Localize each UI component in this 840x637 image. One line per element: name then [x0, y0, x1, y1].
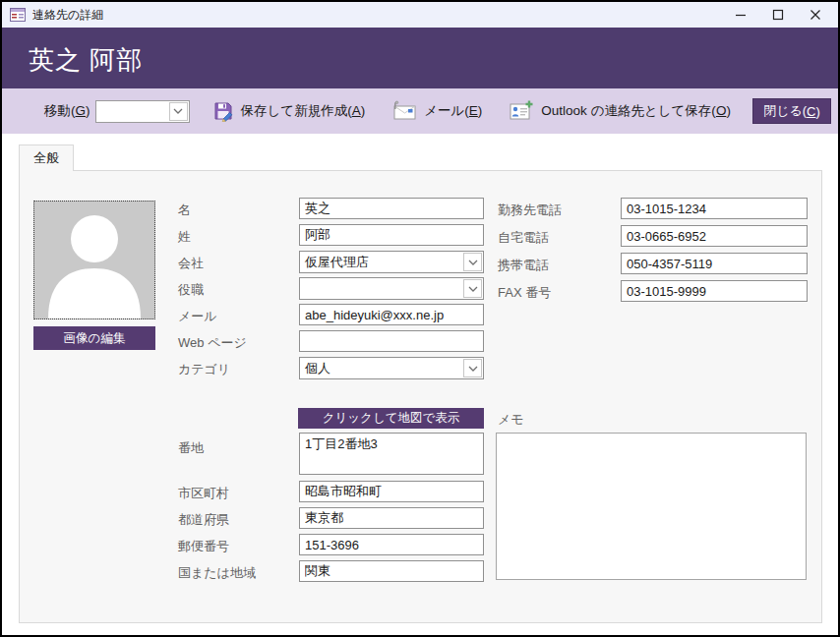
window-title: 連絡先の詳細: [32, 7, 103, 24]
category-label: カテゴリ: [178, 361, 230, 378]
form-header: 英之 阿部: [2, 28, 838, 88]
email-label: メール(E): [424, 102, 482, 120]
mail-icon: [391, 100, 417, 122]
last-name-input[interactable]: [299, 224, 484, 246]
fax-input[interactable]: [621, 280, 808, 302]
chevron-down-icon[interactable]: [169, 102, 188, 121]
toolbar: 移動(G) 保存して新規作成(A): [2, 88, 838, 134]
maximize-icon: [772, 9, 784, 21]
save-and-new-label: 保存して新規作成(A): [241, 102, 366, 120]
zip-label: 郵便番号: [178, 538, 229, 555]
save-icon: [212, 100, 234, 122]
goto-combobox[interactable]: [95, 100, 190, 123]
mobile-phone-input[interactable]: [621, 253, 808, 274]
general-tab-page: 画像の編集 名 姓 会社 役職 メール Web ページ カテゴリ 仮屋代理店 個…: [19, 170, 822, 623]
company-combobox-value: 仮屋代理店: [300, 254, 462, 271]
category-combobox[interactable]: 個人: [299, 357, 484, 379]
outlook-contact-icon: [509, 99, 534, 123]
close-window-button[interactable]: [797, 2, 834, 28]
job-title-combobox[interactable]: [299, 277, 484, 300]
chevron-down-icon[interactable]: [463, 359, 482, 377]
city-input[interactable]: [299, 481, 484, 502]
save-as-outlook-contact-button[interactable]: Outlook の連絡先として保存(O): [509, 99, 731, 123]
form-icon: [10, 8, 26, 22]
email-input[interactable]: [299, 304, 484, 325]
minimize-icon: [735, 9, 747, 21]
first-name-input[interactable]: [299, 198, 484, 219]
business-phone-input[interactable]: [621, 198, 808, 219]
goto-label: 移動(G): [44, 102, 90, 120]
close-form-button[interactable]: 閉じる(C): [752, 98, 831, 124]
job-title-label: 役職: [178, 281, 204, 299]
business-phone-label: 勤務先電話: [498, 202, 562, 219]
contact-name-title: 英之 阿部: [29, 43, 143, 78]
zip-input[interactable]: [299, 534, 484, 555]
street-label: 番地: [178, 439, 204, 457]
email-button[interactable]: メール(E): [391, 100, 482, 122]
access-form-window: 連絡先の詳細 英之 阿部 移動(G): [0, 0, 840, 637]
street-textarea[interactable]: 1丁目2番地3: [299, 433, 484, 475]
web-page-label: Web ページ: [178, 334, 247, 352]
maximize-button[interactable]: [759, 2, 797, 28]
minimize-button[interactable]: [722, 2, 759, 28]
window-controls: [722, 2, 838, 28]
show-map-button[interactable]: クリックして地図で表示: [298, 408, 484, 429]
home-phone-label: 自宅電話: [498, 229, 549, 247]
country-input[interactable]: [299, 560, 484, 582]
web-page-input[interactable]: [299, 330, 484, 352]
company-combobox[interactable]: 仮屋代理店: [299, 251, 484, 273]
category-combobox-value: 個人: [300, 360, 462, 377]
tab-general-label: 全般: [33, 149, 59, 167]
city-label: 市区町村: [178, 485, 229, 502]
chevron-down-icon[interactable]: [463, 279, 482, 298]
save-and-new-button[interactable]: 保存して新規作成(A): [212, 100, 366, 122]
tab-general[interactable]: 全般: [19, 145, 74, 171]
state-label: 都道府県: [178, 511, 229, 529]
notes-textarea[interactable]: [496, 433, 807, 580]
company-label: 会社: [178, 255, 204, 272]
email-field-label: メール: [178, 308, 217, 325]
first-name-label: 名: [178, 202, 191, 219]
mobile-phone-label: 携帯電話: [498, 257, 549, 274]
close-icon: [810, 9, 821, 21]
contact-photo-placeholder[interactable]: [33, 201, 155, 319]
country-label: 国または地域: [178, 564, 256, 582]
notes-label: メモ: [498, 411, 524, 429]
fax-label: FAX 番号: [498, 284, 551, 302]
chevron-down-icon[interactable]: [463, 253, 482, 271]
edit-image-button[interactable]: 画像の編集: [33, 326, 155, 350]
titlebar: 連絡先の詳細: [2, 2, 838, 28]
home-phone-input[interactable]: [621, 225, 808, 247]
person-silhouette-icon: [34, 202, 154, 318]
last-name-label: 姓: [178, 228, 191, 246]
save-as-outlook-contact-label: Outlook の連絡先として保存(O): [541, 102, 731, 120]
state-input[interactable]: [299, 507, 484, 529]
